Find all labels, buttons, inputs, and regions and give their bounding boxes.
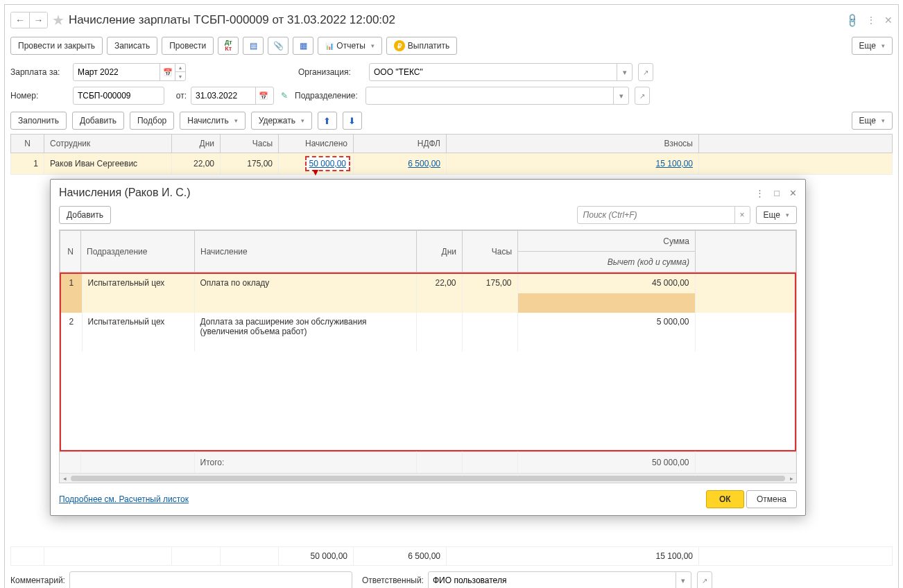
pcol-accrual[interactable]: Начисление — [195, 231, 417, 273]
chevron-down-icon: ▾ — [234, 117, 238, 124]
popup-more-button[interactable]: Еще▾ — [756, 206, 797, 224]
dropdown-icon[interactable]: ▾ — [676, 572, 691, 588]
spin-down[interactable]: ▼ — [175, 72, 185, 80]
popup-title: Начисления (Раков И. С.) — [59, 187, 191, 199]
withhold-button[interactable]: Удержать▾ — [251, 112, 312, 130]
open-responsible-button[interactable]: ↗ — [697, 571, 712, 588]
accruals-popup: Начисления (Раков И. С.) ⋮ □ ✕ Добавить … — [50, 179, 806, 516]
dropdown-icon[interactable]: ▾ — [613, 87, 628, 104]
attach-button[interactable]: 📎 — [268, 37, 289, 55]
popup-maximize-icon[interactable]: □ — [774, 188, 780, 198]
ruble-icon: ₽ — [394, 40, 405, 51]
org-input[interactable] — [370, 64, 617, 80]
chevron-down-icon: ▾ — [882, 117, 885, 124]
close-icon[interactable]: ✕ — [884, 15, 893, 26]
org-label: Организация: — [298, 67, 365, 77]
col-n[interactable]: N — [11, 135, 44, 153]
accrue-button[interactable]: Начислить▾ — [180, 112, 245, 130]
number-label: Номер: — [10, 91, 69, 101]
from-label: от: — [169, 91, 187, 101]
search-clear-icon[interactable]: × — [734, 207, 750, 223]
date-input[interactable] — [191, 87, 255, 104]
popup-search-input[interactable] — [578, 210, 734, 220]
pay-button[interactable]: ₽ Выплатить — [386, 37, 458, 55]
popup-row[interactable]: 2 Испытательный цех Доплата за расширени… — [61, 313, 795, 332]
popup-close-icon[interactable]: ✕ — [789, 188, 797, 198]
scroll-left-icon[interactable]: ◂ — [60, 475, 69, 482]
table-row[interactable]: 1 Раков Иван Сергеевис 22,00 175,00 50 0… — [11, 153, 893, 175]
chevron-down-icon: ▾ — [786, 211, 789, 218]
col-tax[interactable]: НДФЛ — [354, 135, 447, 153]
total-contrib: 15 100,00 — [447, 547, 699, 566]
sub-more-button[interactable]: Еще▾ — [852, 112, 893, 130]
comment-input[interactable] — [70, 572, 352, 588]
chevron-down-icon: ▾ — [882, 42, 885, 49]
contrib-link[interactable]: 15 100,00 — [656, 159, 693, 168]
kebab-menu-icon[interactable]: ⋮ — [866, 15, 876, 26]
move-up-button[interactable]: ⬆ — [318, 112, 337, 130]
pcol-deduct[interactable]: Вычет (код и сумма) — [518, 252, 696, 273]
footer-sum: 50 000,00 — [517, 452, 695, 474]
scroll-right-icon[interactable]: ▸ — [786, 475, 796, 482]
col-hours[interactable]: Часы — [221, 135, 279, 153]
popup-kebab-icon[interactable]: ⋮ — [755, 188, 764, 198]
comment-label: Комментарий: — [10, 576, 65, 585]
wand-icon[interactable]: ✎ — [278, 91, 291, 101]
open-org-button[interactable]: ↗ — [638, 63, 653, 81]
reports-button[interactable]: 📊 Отчеты▾ — [318, 37, 381, 55]
favorite-star-icon[interactable]: ★ — [52, 12, 64, 28]
cancel-button[interactable]: Отмена — [746, 490, 797, 508]
number-input[interactable] — [74, 87, 164, 104]
employees-table: N Сотрудник Дни Часы Начислено НДФЛ Взно… — [10, 134, 893, 175]
open-dept-button[interactable]: ↗ — [635, 87, 650, 105]
pcol-sum[interactable]: Сумма — [518, 231, 696, 252]
chevron-down-icon: ▾ — [301, 117, 304, 124]
accrued-cell-editing[interactable]: 50 000,00 — [305, 156, 350, 171]
chart-icon: 📊 — [325, 42, 334, 50]
fill-button[interactable]: Заполнить — [10, 112, 67, 130]
move-down-button[interactable]: ⬇ — [343, 112, 362, 130]
col-employee[interactable]: Сотрудник — [44, 135, 172, 153]
grid-button[interactable]: ▦ — [293, 37, 313, 55]
ok-button[interactable]: ОК — [706, 490, 744, 508]
post-and-close-button[interactable]: Провести и закрыть — [10, 37, 103, 55]
nav-forward-button[interactable]: → — [29, 12, 47, 28]
list-view-button[interactable]: ▤ — [243, 37, 264, 55]
payslip-link[interactable]: Подробнее см. Расчетный листок — [59, 494, 189, 504]
add-button[interactable]: Добавить — [72, 112, 124, 130]
col-accrued[interactable]: Начислено — [279, 135, 354, 153]
dept-input[interactable] — [366, 87, 613, 104]
dropdown-icon[interactable]: ▾ — [617, 64, 632, 80]
pcol-hours[interactable]: Часы — [463, 231, 518, 273]
salary-for-label: Зарплата за: — [10, 67, 69, 77]
pcol-dept[interactable]: Подразделение — [81, 231, 195, 273]
pcol-n[interactable]: N — [60, 231, 81, 273]
footer-label: Итого: — [194, 452, 416, 474]
salary-for-input[interactable] — [74, 64, 160, 80]
pcol-days[interactable]: Дни — [417, 231, 463, 273]
responsible-input[interactable] — [429, 572, 676, 588]
calendar-icon[interactable]: 📅 — [160, 64, 175, 80]
col-contrib[interactable]: Взносы — [447, 135, 699, 153]
tax-link[interactable]: 6 500,00 — [408, 159, 440, 168]
total-accrued: 50 000,00 — [279, 547, 354, 566]
total-tax: 6 500,00 — [354, 547, 447, 566]
window-title: Начисление зарплаты ТСБП-000009 от 31.03… — [69, 13, 846, 27]
dtkt-button[interactable]: ДтКт — [218, 37, 239, 55]
col-days[interactable]: Дни — [172, 135, 221, 153]
more-button[interactable]: Еще▾ — [852, 37, 893, 55]
dept-label: Подразделение: — [295, 91, 361, 101]
spin-up[interactable]: ▲ — [175, 64, 185, 72]
write-button[interactable]: Записать — [107, 37, 157, 55]
responsible-label: Ответственный: — [362, 576, 424, 585]
chevron-down-icon: ▾ — [371, 42, 375, 49]
popup-scrollbar[interactable]: ◂ ▸ — [60, 473, 796, 483]
select-button[interactable]: Подбор — [130, 112, 174, 130]
popup-row[interactable]: 1 Испытательный цех Оплата по окладу 22,… — [61, 274, 795, 293]
post-button[interactable]: Провести — [162, 37, 214, 55]
popup-add-button[interactable]: Добавить — [59, 206, 111, 224]
calendar-icon[interactable]: 📅 — [255, 87, 270, 104]
link-icon[interactable]: 🔗 — [844, 12, 860, 28]
nav-back-button[interactable]: ← — [11, 12, 29, 28]
